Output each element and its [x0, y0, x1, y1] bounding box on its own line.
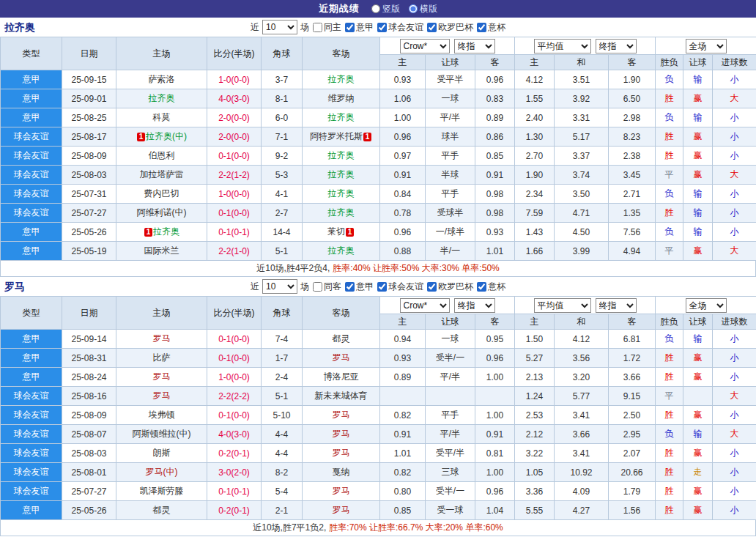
match-count-select[interactable]: 10 — [262, 279, 297, 294]
layout-option-0[interactable]: 竖版 — [371, 3, 400, 15]
league-filter-3-checkbox[interactable] — [477, 23, 486, 32]
team-name[interactable]: 拉齐奥 — [149, 93, 175, 103]
team-name[interactable]: 拉齐奥 — [328, 150, 355, 160]
away-team-cell: 新未来城体育 — [303, 387, 380, 406]
team-name[interactable]: 博洛尼亚 — [324, 371, 359, 382]
asia-away-odds-cell: 1.00 — [475, 368, 515, 387]
date-cell: 25-08-31 — [62, 349, 116, 368]
team-name[interactable]: 罗马 — [333, 505, 350, 515]
asia-final-odds-select[interactable]: 终指 — [454, 298, 495, 313]
team-name[interactable]: 科莫 — [153, 112, 171, 122]
match-row: 球会友谊25-08-09埃弗顿0-1(0-0)5-10罗马0.82平手1.002… — [1, 406, 756, 425]
asia-final-odds-select[interactable]: 终指 — [454, 39, 495, 53]
team-name[interactable]: 凯泽斯劳滕 — [140, 486, 184, 496]
layout-radio[interactable] — [409, 4, 418, 13]
fullmatch-scope-select[interactable]: 全场 — [686, 298, 727, 313]
date-cell: 25-08-03 — [62, 444, 116, 463]
team-name[interactable]: 都灵 — [333, 333, 350, 344]
league-filter-3[interactable]: 意杯 — [477, 21, 505, 34]
europe-final-odds-select[interactable]: 终指 — [596, 298, 637, 313]
league-filter-1-checkbox[interactable] — [377, 23, 387, 32]
team-name[interactable]: 维罗纳 — [328, 93, 355, 103]
fullmatch-scope-select[interactable]: 全场 — [686, 39, 727, 53]
team-name[interactable]: 拉齐奥 — [328, 207, 355, 218]
team-name[interactable]: 费内巴切 — [144, 188, 179, 199]
league-filter-0[interactable]: 意甲 — [345, 21, 374, 34]
result-goals-cell: 小 — [713, 127, 756, 147]
team-name[interactable]: 罗马 — [153, 390, 171, 401]
league-filter-1-label: 球会友谊 — [388, 21, 423, 34]
team-name[interactable]: 拉齐奥 — [153, 226, 179, 237]
league-filter-1[interactable]: 球会友谊 — [377, 21, 423, 34]
team-name[interactable]: 莱切 — [327, 226, 345, 237]
asia-source-select[interactable]: Crow* — [400, 39, 450, 53]
layout-radio[interactable] — [371, 4, 380, 13]
team-name[interactable]: 罗马 — [333, 448, 350, 458]
same-venue-filter-checkbox[interactable] — [313, 23, 322, 32]
sub-column-header: 主 — [515, 55, 555, 70]
league-filter-1[interactable]: 球会友谊 — [377, 281, 423, 293]
team-name[interactable]: 罗马 — [333, 352, 350, 363]
team-name[interactable]: 罗马(中) — [146, 467, 178, 477]
asia-source-select[interactable]: Crow* — [400, 298, 450, 313]
asia-away-odds-cell: 0.89 — [475, 108, 515, 127]
team-name[interactable]: 朗斯 — [153, 448, 171, 458]
team-name[interactable]: 拉齐奥 — [328, 188, 355, 199]
team-name[interactable]: 新未来城体育 — [315, 390, 368, 401]
team-name[interactable]: 拉齐奥 — [328, 74, 355, 84]
league-filter-0-checkbox[interactable] — [345, 282, 355, 292]
same-venue-filter[interactable]: 同主 — [313, 21, 341, 34]
team-name[interactable]: 拉齐奥 — [328, 169, 355, 179]
column-header: 主场 — [116, 37, 207, 70]
team-name[interactable]: 拉齐奥 — [328, 245, 355, 256]
layout-option-1[interactable]: 横版 — [409, 3, 437, 15]
europe-draw-odds-cell: 3.56 — [555, 349, 609, 368]
team-name[interactable]: 阿特罗米托斯 — [310, 131, 363, 141]
team-name[interactable]: 拉齐奥 — [328, 112, 355, 122]
team-name[interactable]: 戛纳 — [333, 467, 350, 477]
team-name[interactable]: 埃弗顿 — [149, 410, 175, 420]
league-filter-0[interactable]: 意甲 — [345, 281, 374, 293]
sub-column-header: 胜负 — [656, 55, 683, 70]
league-filter-0-checkbox[interactable] — [345, 23, 355, 32]
score-cell: 2-2(1-2) — [207, 166, 262, 185]
layout-toggle-group: 竖版横版 — [371, 3, 437, 15]
team-name[interactable]: 都灵 — [153, 505, 171, 515]
team-name[interactable]: 加拉塔萨雷 — [140, 169, 184, 179]
asia-handicap-cell: 平/半 — [426, 425, 475, 444]
team-name[interactable]: 阿斯顿维拉(中) — [133, 429, 191, 439]
team-name[interactable]: 国际米兰 — [144, 245, 179, 256]
europe-away-odds-cell: 2.98 — [609, 108, 656, 127]
corner-cell: 2-4 — [262, 368, 303, 387]
team-name[interactable]: 罗马 — [333, 486, 350, 496]
league-filter-3-checkbox[interactable] — [477, 282, 486, 292]
league-filter-3[interactable]: 意杯 — [477, 281, 505, 293]
europe-source-select[interactable]: 平均值 — [534, 298, 591, 313]
europe-final-odds-select[interactable]: 终指 — [596, 39, 637, 53]
europe-source-select[interactable]: 平均值 — [534, 39, 591, 53]
team-name[interactable]: 伯恩利 — [149, 150, 175, 160]
team-name[interactable]: 萨索洛 — [149, 74, 175, 84]
team-name[interactable]: 罗马 — [153, 333, 171, 344]
league-filter-1-checkbox[interactable] — [377, 282, 387, 292]
result-outcome-cell: 胜 — [656, 482, 683, 501]
team-name[interactable]: 罗马 — [333, 410, 350, 420]
same-venue-filter[interactable]: 同客 — [313, 281, 341, 293]
team-name[interactable]: 罗马 — [153, 371, 171, 382]
europe-draw-odds-cell: 10.92 — [555, 463, 609, 482]
league-filter-2-checkbox[interactable] — [427, 282, 437, 292]
league-filter-2[interactable]: 欧罗巴杯 — [427, 21, 473, 34]
league-cell: 意甲 — [1, 501, 62, 520]
scope-dropdown-cell: 全场 — [656, 37, 756, 55]
team-name[interactable]: 罗马 — [333, 429, 350, 439]
same-venue-filter-checkbox[interactable] — [313, 282, 322, 292]
league-filter-2[interactable]: 欧罗巴杯 — [427, 281, 473, 293]
match-count-select[interactable]: 10 — [262, 20, 297, 34]
europe-home-odds-cell: 3.22 — [515, 444, 555, 463]
team-name[interactable]: 拉齐奥(中) — [146, 131, 187, 141]
league-filter-2-checkbox[interactable] — [427, 23, 437, 32]
result-outcome-cell: 负 — [656, 185, 683, 204]
team-name[interactable]: 阿维利诺(中) — [137, 207, 187, 218]
team-name[interactable]: 比萨 — [153, 352, 171, 363]
europe-away-odds-cell: 20.66 — [609, 463, 656, 482]
